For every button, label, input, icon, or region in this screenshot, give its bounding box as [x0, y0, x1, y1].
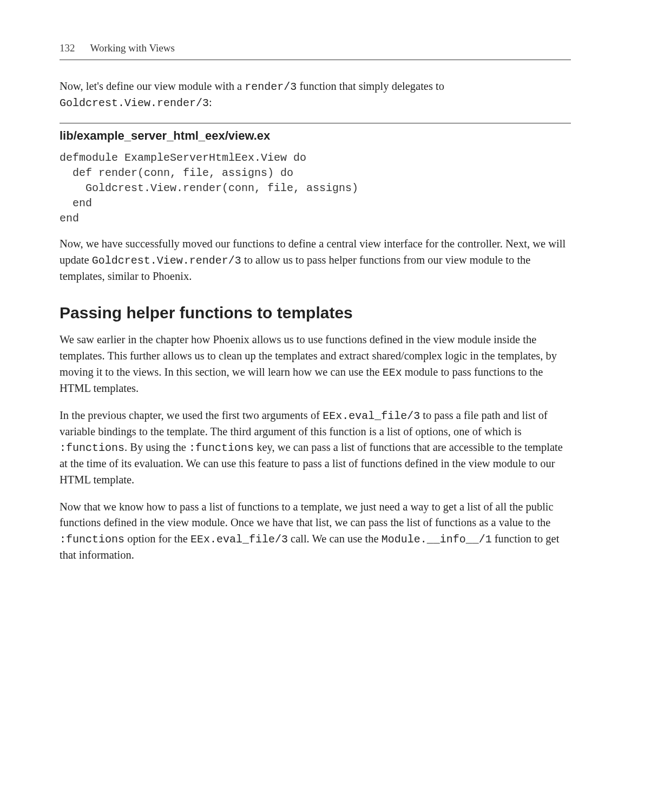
inline-code: EEx.eval_file/3 [323, 410, 420, 422]
page-number: 132 [60, 42, 75, 54]
code-block: defmodule ExampleServerHtmlEex.View do d… [60, 150, 571, 226]
text: Now that we know how to pass a list of f… [60, 501, 554, 529]
text: Now, let's define our view module with a [60, 80, 245, 92]
inline-code: Goldcrest.View.render/3 [60, 97, 209, 109]
paragraph: Now, we have successfully moved our func… [60, 236, 571, 284]
running-head: 132 Working with Views [60, 42, 571, 60]
paragraph: We saw earlier in the chapter how Phoeni… [60, 332, 571, 396]
inline-code: EEx [383, 366, 402, 379]
text: In the previous chapter, we used the fir… [60, 409, 323, 421]
inline-code: :functions [60, 533, 124, 546]
inline-code: Goldcrest.View.render/3 [92, 254, 241, 267]
inline-code: Module.__info__/1 [382, 533, 492, 546]
text: option for the [124, 533, 190, 545]
text: call. We can use the [288, 533, 382, 545]
inline-code: EEx.eval_file/3 [190, 533, 288, 546]
chapter-title: Working with Views [90, 42, 175, 54]
paragraph-intro: Now, let's define our view module with a… [60, 78, 571, 111]
section-heading: Passing helper functions to templates [60, 304, 571, 322]
inline-code: :functions [189, 442, 254, 454]
text: . By using the [124, 441, 189, 453]
paragraph: In the previous chapter, we used the fir… [60, 408, 571, 488]
page-content: 132 Working with Views Now, let's define… [0, 0, 651, 607]
inline-code: :functions [60, 442, 124, 454]
text: : [209, 96, 212, 108]
inline-code: render/3 [245, 81, 297, 93]
text: function that simply delegates to [297, 80, 444, 92]
paragraph: Now that we know how to pass a list of f… [60, 499, 571, 564]
code-file-heading: lib/example_server_html_eex/view.ex [60, 123, 571, 143]
